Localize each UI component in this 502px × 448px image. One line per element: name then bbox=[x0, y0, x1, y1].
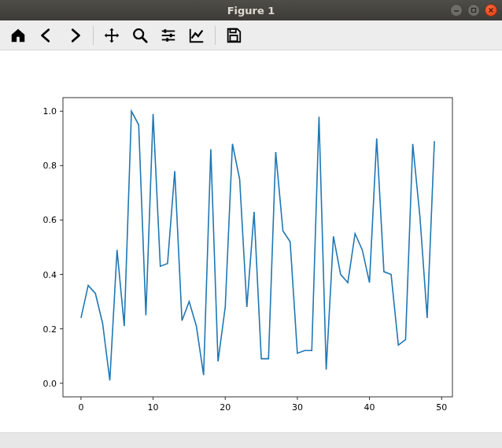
svg-rect-14 bbox=[63, 98, 452, 397]
toolbar-separator bbox=[215, 26, 216, 45]
home-button[interactable] bbox=[5, 23, 31, 48]
window-controls bbox=[450, 4, 497, 17]
x-tick-label: 40 bbox=[364, 402, 375, 413]
toolbar-separator bbox=[93, 26, 94, 45]
x-tick-label: 0 bbox=[78, 402, 83, 413]
figure-window: Figure 1 bbox=[0, 0, 502, 448]
configure-subplots-button[interactable] bbox=[155, 23, 182, 48]
window-title: Figure 1 bbox=[227, 5, 275, 17]
svg-rect-1 bbox=[472, 9, 476, 13]
data-series-line bbox=[81, 111, 434, 380]
y-tick-label: 0.8 bbox=[43, 161, 57, 171]
arrow-left-icon bbox=[38, 27, 55, 44]
y-tick-label: 0.4 bbox=[43, 270, 57, 280]
x-tick-label: 30 bbox=[292, 402, 303, 413]
maximize-button[interactable] bbox=[467, 4, 480, 17]
statusbar bbox=[0, 432, 502, 448]
y-tick-label: 0.6 bbox=[43, 215, 57, 225]
save-icon bbox=[225, 27, 242, 44]
back-button[interactable] bbox=[33, 23, 60, 48]
sliders-icon bbox=[160, 27, 177, 44]
x-tick-label: 20 bbox=[220, 402, 231, 413]
maximize-icon bbox=[471, 7, 477, 13]
forward-button[interactable] bbox=[61, 23, 88, 48]
y-tick-label: 1.0 bbox=[43, 106, 57, 117]
chart-line-icon bbox=[188, 27, 205, 44]
edit-axis-button[interactable] bbox=[183, 23, 210, 48]
close-button[interactable] bbox=[485, 4, 497, 17]
x-tick-label: 50 bbox=[436, 402, 447, 413]
move-icon bbox=[103, 27, 120, 44]
zoom-button[interactable] bbox=[127, 23, 153, 48]
x-tick-label: 10 bbox=[148, 402, 159, 413]
svg-rect-7 bbox=[164, 29, 167, 33]
magnify-icon bbox=[131, 27, 149, 44]
save-button[interactable] bbox=[220, 23, 247, 48]
svg-rect-9 bbox=[170, 33, 172, 37]
plot-canvas[interactable]: 010203040500.00.20.40.60.81.0 bbox=[0, 50, 502, 432]
y-tick-label: 0.0 bbox=[43, 379, 57, 389]
plot-svg: 010203040500.00.20.40.60.81.0 bbox=[0, 50, 502, 432]
svg-rect-11 bbox=[166, 38, 168, 42]
toolbar bbox=[0, 20, 502, 50]
arrow-right-icon bbox=[66, 27, 83, 44]
y-tick-label: 0.2 bbox=[43, 324, 57, 335]
minimize-icon bbox=[453, 7, 460, 13]
home-icon bbox=[9, 27, 27, 44]
svg-line-5 bbox=[142, 37, 147, 42]
svg-rect-12 bbox=[230, 28, 235, 32]
pan-button[interactable] bbox=[98, 23, 125, 48]
svg-rect-13 bbox=[230, 35, 237, 41]
titlebar: Figure 1 bbox=[0, 0, 502, 20]
close-icon bbox=[488, 7, 494, 13]
minimize-button[interactable] bbox=[450, 4, 463, 17]
